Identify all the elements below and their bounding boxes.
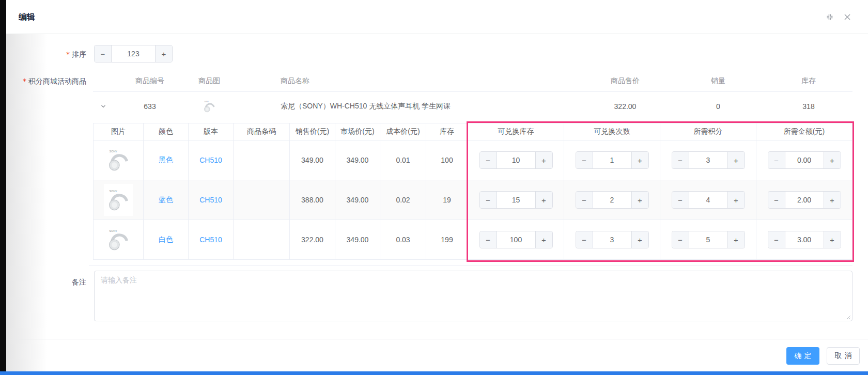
sku-market-price: 349.00: [335, 220, 380, 260]
required-asterisk: *: [23, 77, 26, 85]
product-code: 633: [114, 102, 186, 111]
product-name: 索尼（SONY）WH-CH510 无线立体声耳机 学生网课: [233, 102, 579, 111]
sku-version-link[interactable]: CH510: [189, 140, 234, 180]
amount-input[interactable]: 0.00: [785, 152, 824, 168]
col-image: 图片: [93, 123, 144, 140]
col-product-code: 商品编号: [114, 76, 186, 86]
remark-field: [94, 271, 853, 321]
points-input[interactable]: 3: [689, 152, 727, 168]
decrease-button[interactable]: −: [672, 152, 689, 168]
decrease-button[interactable]: −: [480, 152, 497, 168]
sku-barcode: [234, 180, 290, 220]
decrease-button[interactable]: −: [672, 231, 689, 248]
amount-stepper[interactable]: − 0.00 +: [768, 151, 841, 169]
sku-version-link[interactable]: CH510: [189, 220, 234, 260]
increase-button[interactable]: +: [535, 152, 552, 168]
decrease-button[interactable]: −: [768, 152, 785, 168]
exchange-times-stepper[interactable]: − 2 +: [576, 191, 649, 209]
remark-textarea[interactable]: [95, 271, 852, 321]
col-stock: 库存: [426, 123, 468, 140]
product-price: 322.00: [579, 102, 672, 111]
col-product-price: 商品售价: [579, 76, 672, 86]
exchange-stock-input[interactable]: 100: [497, 231, 535, 248]
sku-color-link[interactable]: 黑色: [144, 140, 189, 180]
decrease-button[interactable]: −: [576, 152, 593, 168]
col-cost-price: 成本价(元): [380, 123, 426, 140]
close-icon[interactable]: [843, 13, 851, 21]
product-sales: 0: [672, 102, 765, 111]
sku-stock: 100: [426, 140, 468, 180]
exchange-times-stepper[interactable]: − 3 +: [576, 231, 649, 248]
col-exchange-times: 可兑换次数: [564, 123, 660, 140]
sku-image: [93, 220, 144, 260]
decrease-button[interactable]: −: [576, 231, 593, 248]
exchange-stock-stepper[interactable]: − 100 +: [479, 231, 553, 248]
decrease-button[interactable]: −: [95, 45, 112, 62]
increase-button[interactable]: +: [155, 45, 172, 62]
resize-grip-icon[interactable]: [846, 315, 851, 320]
confirm-button[interactable]: 确定: [786, 347, 819, 365]
cancel-button[interactable]: 取消: [827, 347, 860, 365]
exchange-stock-input[interactable]: 10: [497, 152, 535, 168]
sku-cost-price: 0.01: [380, 140, 426, 180]
increase-button[interactable]: +: [824, 152, 841, 168]
sku-stock: 19: [426, 180, 468, 220]
decrease-button[interactable]: −: [672, 192, 689, 208]
exchange-times-stepper[interactable]: − 1 +: [576, 151, 649, 169]
exchange-stock-stepper[interactable]: − 15 +: [479, 191, 553, 209]
sort-input[interactable]: 123: [112, 45, 155, 62]
decrease-button[interactable]: −: [768, 192, 785, 208]
remark-label: 备注: [0, 278, 86, 287]
increase-button[interactable]: +: [631, 152, 648, 168]
points-stepper[interactable]: − 5 +: [672, 231, 745, 248]
required-asterisk: *: [66, 50, 70, 58]
sku-row: 黑色 CH510 349.00 349.00 0.01 100 − 10 + −…: [93, 140, 853, 180]
col-product-stock: 库存: [765, 76, 853, 86]
col-version: 版本: [189, 123, 234, 140]
sku-market-price: 349.00: [335, 180, 380, 220]
increase-button[interactable]: +: [727, 152, 745, 168]
amount-stepper[interactable]: − 2.00 +: [768, 191, 841, 209]
sku-image: [93, 180, 144, 220]
table-bottom-divider: [89, 265, 853, 266]
points-stepper[interactable]: − 3 +: [672, 151, 745, 169]
product-thumbnail: [186, 99, 233, 114]
exchange-stock-input[interactable]: 15: [497, 192, 535, 208]
decrease-button[interactable]: −: [576, 192, 593, 208]
exchange-times-input[interactable]: 2: [593, 192, 631, 208]
sku-barcode: [234, 140, 290, 180]
exchange-times-input[interactable]: 3: [593, 231, 631, 248]
increase-button[interactable]: +: [727, 192, 745, 208]
product-row: 633 索尼（SONY）WH-CH510 无线立体声耳机 学生网课 322.00…: [93, 92, 853, 121]
decrease-button[interactable]: −: [480, 231, 497, 248]
exchange-stock-stepper[interactable]: − 10 +: [479, 151, 553, 169]
sku-stock: 199: [426, 220, 468, 260]
sku-color-link[interactable]: 白色: [144, 220, 189, 260]
points-input[interactable]: 4: [689, 192, 727, 208]
collapse-fullscreen-icon[interactable]: [826, 13, 834, 21]
increase-button[interactable]: +: [535, 192, 552, 208]
sku-cost-price: 0.03: [380, 220, 426, 260]
decrease-button[interactable]: −: [768, 231, 785, 248]
sort-stepper[interactable]: − 123 +: [94, 45, 173, 62]
increase-button[interactable]: +: [631, 231, 648, 248]
points-input[interactable]: 5: [689, 231, 727, 248]
decrease-button[interactable]: −: [480, 192, 497, 208]
sku-color-link[interactable]: 蓝色: [144, 180, 189, 220]
sku-barcode: [234, 220, 290, 260]
sku-version-link[interactable]: CH510: [189, 180, 234, 220]
increase-button[interactable]: +: [631, 192, 648, 208]
amount-input[interactable]: 3.00: [785, 231, 824, 248]
increase-button[interactable]: +: [535, 231, 552, 248]
amount-input[interactable]: 2.00: [785, 192, 824, 208]
expand-row-icon[interactable]: [93, 103, 114, 110]
increase-button[interactable]: +: [727, 231, 745, 248]
increase-button[interactable]: +: [824, 231, 841, 248]
amount-stepper[interactable]: − 3.00 +: [768, 231, 841, 248]
exchange-times-input[interactable]: 1: [593, 152, 631, 168]
points-stepper[interactable]: − 4 +: [672, 191, 745, 209]
modal-title: 编辑: [19, 12, 35, 23]
increase-button[interactable]: +: [824, 192, 841, 208]
product-stock: 318: [765, 102, 853, 111]
col-product-image: 商品图: [186, 76, 233, 86]
